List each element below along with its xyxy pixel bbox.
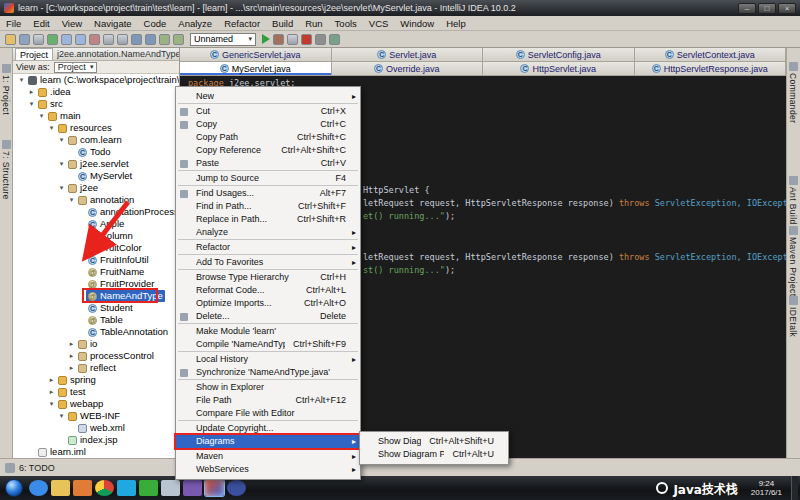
tree-item-j2ee[interactable]: ▾j2ee: [13, 182, 179, 194]
menu-item-copy-path[interactable]: Copy PathCtrl+Shift+C: [176, 131, 360, 144]
toggle-expanded-icon[interactable]: ▾: [57, 134, 66, 146]
media-player-icon[interactable]: [73, 480, 92, 496]
tree-item-io[interactable]: ▸io: [13, 338, 179, 350]
menu-item-copy[interactable]: CopyCtrl+C: [176, 118, 360, 131]
tool-button-ant-build[interactable]: Ant Build: [788, 176, 798, 225]
eclipse-icon[interactable]: [227, 480, 246, 496]
sync-icon[interactable]: [47, 34, 58, 45]
menu-navigate[interactable]: Navigate: [88, 18, 138, 29]
menu-item-webservices[interactable]: WebServices▸: [176, 463, 360, 476]
run-config-combo[interactable]: Unnamed▾: [190, 33, 256, 46]
menu-item-analyze[interactable]: Analyze▸: [176, 226, 360, 239]
close-button[interactable]: ×: [778, 3, 796, 14]
menu-file[interactable]: File: [0, 18, 27, 29]
menu-tools[interactable]: Tools: [329, 18, 363, 29]
explorer-icon[interactable]: [51, 480, 70, 496]
tree-item-reflect[interactable]: ▸reflect: [13, 362, 179, 374]
tab-genericservlet-java[interactable]: CGenericServlet.java: [180, 48, 332, 61]
tree-item-spring[interactable]: ▸spring: [13, 374, 179, 386]
menu-refactor[interactable]: Refactor: [218, 18, 266, 29]
undo-icon[interactable]: [61, 34, 72, 45]
menu-item-paste[interactable]: PasteCtrl+V: [176, 157, 360, 170]
tree-item-test[interactable]: ▸test: [13, 386, 179, 398]
menu-item-show-diagram-popup[interactable]: Show Diagram PopupCtrl+Alt+U: [360, 448, 508, 461]
menu-item-maven[interactable]: Maven▸: [176, 450, 360, 463]
maximize-button[interactable]: □: [758, 3, 776, 14]
tool-button-7-structure[interactable]: 7: Structure: [1, 140, 11, 200]
toggle-expanded-icon[interactable]: ▾: [57, 158, 66, 170]
toggle-collapsed-icon[interactable]: ▸: [67, 350, 76, 362]
tree-item-student[interactable]: CStudent: [13, 302, 179, 314]
toggle-expanded-icon[interactable]: ▾: [67, 194, 76, 206]
save-icon[interactable]: [19, 34, 30, 45]
stop-icon[interactable]: [301, 34, 312, 45]
tree-item-column[interactable]: @Column: [13, 230, 179, 242]
taskbar-clock[interactable]: 9:24 2017/6/1: [751, 479, 782, 497]
notepad-icon[interactable]: [161, 480, 180, 496]
toggle-expanded-icon[interactable]: ▾: [37, 110, 46, 122]
tab-httpservletresponse-java[interactable]: CHttpServletResponse.java: [635, 62, 787, 75]
tab-servletcontext-java[interactable]: CServletContext.java: [635, 48, 787, 61]
menu-item-synchronize-nameandtype-java[interactable]: Synchronize 'NameAndType.java': [176, 366, 360, 379]
tab-myservlet-java[interactable]: CMyServlet.java: [180, 62, 332, 75]
tree-item-annotation[interactable]: ▾annotation: [13, 194, 179, 206]
open-icon[interactable]: [5, 34, 16, 45]
tool-button-commander[interactable]: Commander: [788, 62, 798, 123]
settings-icon[interactable]: [315, 34, 326, 45]
chrome-icon[interactable]: [95, 480, 114, 496]
tree-item-tableannotation[interactable]: CTableAnnotation: [13, 326, 179, 338]
tool-window-list-icon[interactable]: [5, 463, 15, 473]
menu-item-diagrams[interactable]: Diagrams▸: [176, 435, 360, 448]
menu-item-replace-in-path[interactable]: Replace in Path...Ctrl+Shift+R: [176, 213, 360, 226]
tree-item-src[interactable]: ▾src: [13, 98, 179, 110]
menu-item-copy-reference[interactable]: Copy ReferenceCtrl+Alt+Shift+C: [176, 144, 360, 157]
tree-item-main[interactable]: ▾main: [13, 110, 179, 122]
tree-item-myservlet[interactable]: CMyServlet: [13, 170, 179, 182]
tree-item-idea[interactable]: ▸.idea: [13, 86, 179, 98]
help-icon[interactable]: [329, 34, 340, 45]
cut-icon[interactable]: [89, 34, 100, 45]
qq-icon[interactable]: [117, 480, 136, 496]
paste-icon[interactable]: [117, 34, 128, 45]
tree-item-j2ee-servlet[interactable]: ▾j2ee.servlet: [13, 158, 179, 170]
menu-build[interactable]: Build: [266, 18, 299, 29]
menu-item-compile-nameandtype-java[interactable]: Compile 'NameAndType.java'Ctrl+Shift+F9: [176, 338, 360, 351]
debug-icon[interactable]: [273, 34, 284, 45]
find-icon[interactable]: [131, 34, 142, 45]
menu-item-reformat-code[interactable]: Reformat Code...Ctrl+Alt+L: [176, 284, 360, 297]
menu-item-compare-file-with-editor[interactable]: Compare File with Editor: [176, 407, 360, 420]
tool-button-1-project[interactable]: 1: Project: [1, 64, 11, 115]
tool-button-idetalk[interactable]: IDEtalk: [788, 296, 798, 337]
toggle-collapsed-icon[interactable]: ▸: [67, 362, 76, 374]
toggle-expanded-icon[interactable]: ▾: [47, 122, 56, 134]
print-icon[interactable]: [33, 34, 44, 45]
run-icon[interactable]: [262, 34, 270, 44]
menu-item-new[interactable]: New▸: [176, 90, 360, 103]
tree-item-web-inf[interactable]: ▾WEB-INF: [13, 410, 179, 422]
minimize-button[interactable]: –: [738, 3, 756, 14]
menu-item-find-usages[interactable]: Find Usages...Alt+F7: [176, 187, 360, 200]
tab-httpservlet-java[interactable]: CHttpServlet.java: [483, 62, 635, 75]
coverage-icon[interactable]: [287, 34, 298, 45]
tree-item-todo[interactable]: CTodo: [13, 146, 179, 158]
toggle-expanded-icon[interactable]: ▾: [17, 74, 26, 86]
menu-edit[interactable]: Edit: [27, 18, 55, 29]
tree-item-nameandtype[interactable]: @NameAndType: [13, 290, 179, 302]
tab-servlet-java[interactable]: CServlet.java: [332, 48, 484, 61]
project-tool-tab[interactable]: Project: [15, 48, 53, 60]
forward-icon[interactable]: [173, 34, 184, 45]
tree-item-annotationprocess[interactable]: CannotationProcess...: [13, 206, 179, 218]
copy-icon[interactable]: [103, 34, 114, 45]
menu-item-cut[interactable]: CutCtrl+X: [176, 105, 360, 118]
toggle-expanded-icon[interactable]: ▾: [57, 182, 66, 194]
tab-servletconfig-java[interactable]: CServletConfig.java: [483, 48, 635, 61]
toggle-expanded-icon[interactable]: ▾: [27, 98, 36, 110]
tab-override-java[interactable]: COverride.java: [332, 62, 484, 75]
toggle-expanded-icon[interactable]: ▾: [47, 398, 56, 410]
menu-item-find-in-path[interactable]: Find in Path...Ctrl+Shift+F: [176, 200, 360, 213]
start-button[interactable]: [5, 479, 23, 497]
intellij-icon[interactable]: [205, 480, 224, 496]
view-as-combo[interactable]: Project ▾: [54, 62, 98, 73]
tree-item-fruitinfoutil[interactable]: CFruitInfoUtil: [13, 254, 179, 266]
menu-item-refactor[interactable]: Refactor▸: [176, 241, 360, 254]
